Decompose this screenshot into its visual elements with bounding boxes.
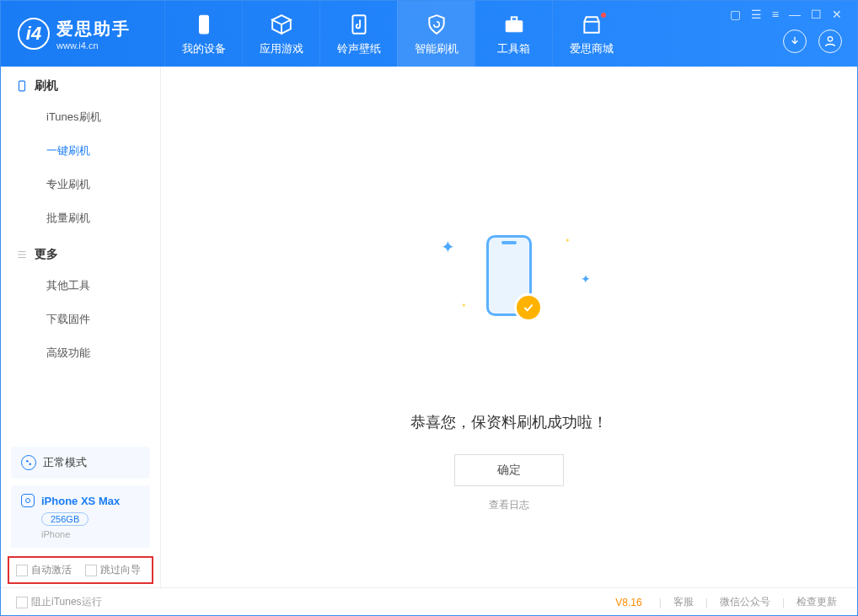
tab-ringtone-wallpaper[interactable]: 铃声壁纸 xyxy=(319,1,397,67)
mode-icon xyxy=(21,455,36,470)
sidebar-item-download-firmware[interactable]: 下载固件 xyxy=(1,303,160,336)
close-button[interactable]: ✕ xyxy=(832,8,842,21)
sidebar-item-pro-flash[interactable]: 专业刷机 xyxy=(1,168,160,201)
tab-smart-flash[interactable]: 智能刷机 xyxy=(397,1,475,67)
phone-illustration-icon xyxy=(486,235,532,316)
app-title: 爱思助手 xyxy=(56,18,131,40)
sidebar-item-itunes-flash[interactable]: iTunes刷机 xyxy=(1,100,160,134)
svg-point-7 xyxy=(29,463,31,465)
footer-link-update[interactable]: 检查更新 xyxy=(791,595,842,609)
app-subtitle: www.i4.cn xyxy=(56,40,131,51)
phone-icon xyxy=(193,11,215,38)
shield-refresh-icon xyxy=(426,11,448,38)
maximize-button[interactable]: ☐ xyxy=(811,8,822,21)
music-file-icon xyxy=(348,11,370,38)
view-log-link[interactable]: 查看日志 xyxy=(489,498,529,512)
device-capacity-badge: 256GB xyxy=(41,512,88,526)
sidebar-item-advanced[interactable]: 高级功能 xyxy=(1,336,160,370)
user-button[interactable] xyxy=(818,29,842,53)
download-button[interactable] xyxy=(783,29,807,53)
header-bar: i4 爱思助手 www.i4.cn 我的设备 应用游戏 铃声壁纸 智能刷机 工具… xyxy=(1,1,857,67)
sidebar-section-flash: 刷机 xyxy=(1,67,160,100)
logo-icon: i4 xyxy=(18,18,50,50)
window-controls: ▢ ☰ ≡ — ☐ ✕ xyxy=(730,8,842,21)
success-illustration: ✦ ✦ ✦ ✦ xyxy=(486,235,532,316)
ok-button[interactable]: 确定 xyxy=(454,454,564,486)
sidebar-section-more: 更多 xyxy=(1,235,160,269)
svg-point-6 xyxy=(26,460,28,463)
svg-rect-1 xyxy=(352,15,365,34)
sparkle-icon: ✦ xyxy=(565,237,571,244)
list-icon[interactable]: ☰ xyxy=(751,8,762,21)
cube-icon xyxy=(271,11,292,38)
device-small-icon xyxy=(21,494,35,507)
tab-toolbox[interactable]: 工具箱 xyxy=(475,1,552,67)
device-info-box[interactable]: iPhone XS Max 256GB iPhone xyxy=(11,485,150,548)
sidebar-item-oneclick-flash[interactable]: 一键刷机 xyxy=(1,134,160,168)
shirt-icon[interactable]: ▢ xyxy=(730,8,741,21)
notification-dot-icon xyxy=(601,13,606,18)
svg-rect-2 xyxy=(506,21,523,32)
footer-link-wechat[interactable]: 微信公众号 xyxy=(715,595,775,609)
sidebar-item-batch-flash[interactable]: 批量刷机 xyxy=(1,201,160,235)
footer-link-support[interactable]: 客服 xyxy=(668,595,699,609)
device-icon xyxy=(16,80,28,92)
device-type: iPhone xyxy=(41,529,140,539)
tab-apps-games[interactable]: 应用游戏 xyxy=(242,1,319,67)
app-logo: i4 爱思助手 www.i4.cn xyxy=(18,18,131,51)
sparkle-icon: ✦ xyxy=(581,272,591,286)
tab-my-device[interactable]: 我的设备 xyxy=(164,1,242,67)
version-label: V8.16 xyxy=(615,597,641,608)
sidebar: 刷机 iTunes刷机 一键刷机 专业刷机 批量刷机 更多 其他工具 下载固件 … xyxy=(1,67,161,587)
footer-bar: 阻止iTunes运行 V8.16 | 客服 | 微信公众号 | 检查更新 xyxy=(1,587,857,616)
tab-store[interactable]: 爱思商城 xyxy=(552,1,630,67)
sidebar-item-other-tools[interactable]: 其他工具 xyxy=(1,269,160,303)
checkbox-block-itunes[interactable]: 阻止iTunes运行 xyxy=(16,595,102,609)
svg-rect-0 xyxy=(199,15,208,34)
main-tabs: 我的设备 应用游戏 铃声壁纸 智能刷机 工具箱 爱思商城 xyxy=(164,1,630,67)
toolbox-icon xyxy=(503,11,525,38)
options-highlight-box: 自动激活 跳过向导 xyxy=(8,556,153,584)
sparkle-icon: ✦ xyxy=(461,302,467,309)
store-icon xyxy=(581,11,603,38)
main-content: ✦ ✦ ✦ ✦ 恭喜您，保资料刷机成功啦！ 确定 查看日志 xyxy=(161,67,857,587)
checkbox-auto-activate[interactable]: 自动激活 xyxy=(16,563,72,577)
svg-rect-5 xyxy=(19,81,25,91)
device-name: iPhone XS Max xyxy=(41,495,120,507)
sparkle-icon: ✦ xyxy=(441,237,455,257)
list-icon xyxy=(16,249,28,260)
minimize-button[interactable]: — xyxy=(789,8,801,21)
svg-rect-3 xyxy=(511,17,517,20)
success-message: 恭喜您，保资料刷机成功啦！ xyxy=(410,412,608,432)
svg-point-4 xyxy=(828,37,832,41)
checkmark-badge-icon xyxy=(514,293,543,322)
menu-icon[interactable]: ≡ xyxy=(772,8,779,21)
checkbox-skip-guide[interactable]: 跳过向导 xyxy=(85,563,141,577)
mode-status-box[interactable]: 正常模式 xyxy=(11,447,150,479)
